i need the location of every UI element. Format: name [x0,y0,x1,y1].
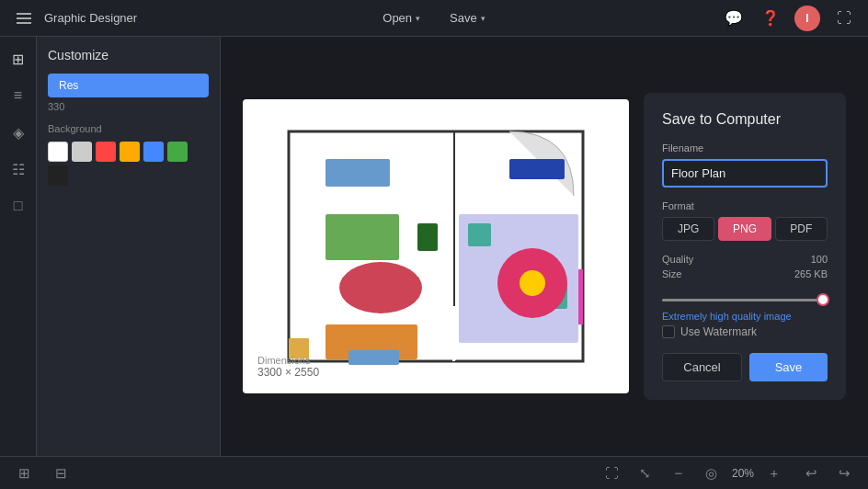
resize-button[interactable]: Res [48,74,209,97]
zoom-circle-icon[interactable]: ◎ [699,461,725,486]
svg-rect-3 [326,159,390,187]
save-top-button[interactable]: Save ▾ [442,7,493,28]
svg-rect-11 [578,269,583,324]
main-layout: ⊞ ≡ ◈ ☷ □ Customize Res 330 Background [0,37,868,456]
floor-plan-svg [270,122,601,370]
fit-screen-icon[interactable]: ⛶ [600,461,625,486]
chat-button[interactable]: 💬 [721,6,747,31]
grid-bottom-icon[interactable]: ⊟ [48,461,74,486]
color-grid [48,142,209,186]
dimensions-label: Dimensions [257,355,319,366]
size-value: 265 KB [794,268,828,279]
sidebar-icon-layers[interactable]: ⊞ [4,44,33,74]
dimensions-value: 3300 × 2550 [257,366,319,379]
slider-track [662,299,828,301]
format-jpg-button[interactable]: JPG [662,217,714,241]
top-bar-center: Open ▾ Save ▾ [375,7,492,28]
color-light-gray[interactable] [72,142,92,162]
quality-value: 100 [811,254,828,265]
quality-row: Quality 100 [662,254,828,265]
format-pdf-button[interactable]: PDF [775,217,828,241]
save-chevron-icon: ▾ [481,14,485,23]
color-orange[interactable] [120,142,140,162]
app-title: Graphic Designer [44,11,137,25]
floor-plan-preview: Dimensions 3300 × 2550 [243,99,629,393]
open-button[interactable]: Open ▾ [375,7,428,28]
background-label: Background [48,123,209,134]
color-white[interactable] [48,142,68,162]
slider-thumb[interactable] [817,293,829,306]
modal-title: Save to Computer [662,111,828,128]
format-selector: JPG PNG PDF [662,217,828,241]
svg-rect-12 [468,223,491,246]
zoom-in-icon[interactable]: + [761,461,787,486]
help-button[interactable]: ❓ [758,6,783,31]
svg-point-7 [339,262,422,313]
canvas-area: Dimensions 3300 × 2550 Save to Computer … [221,37,868,456]
color-dark[interactable] [48,165,68,186]
open-chevron-icon: ▾ [416,14,420,23]
top-bar-right: 💬 ❓ I ⛶ [721,6,857,31]
format-label: Format [662,200,828,211]
top-bar-left: Graphic Designer [11,6,137,31]
top-bar: Graphic Designer Open ▾ Save ▾ 💬 ❓ I ⛶ [0,0,868,37]
size-label: Size [662,268,681,279]
panel-title: Customize [48,48,209,63]
modal-actions: Cancel Save [662,353,828,381]
resize-sub: 330 [48,101,209,112]
expand-button[interactable]: ⛶ [831,6,857,31]
bottom-bar: ⊞ ⊟ ⛶ ⤡ − ◎ 20% + ↩ ↪ [0,456,868,489]
slider-fill [662,299,828,301]
svg-rect-6 [417,223,438,251]
filename-input[interactable] [662,159,828,188]
quality-info: Extremely high quality image [662,311,828,322]
customize-panel: Customize Res 330 Background [37,37,221,456]
filename-label: Filename [662,142,828,154]
watermark-row: Use Watermark [662,325,828,338]
zoom-controls: ⛶ ⤡ − ◎ 20% + [600,461,787,486]
hamburger-icon [17,13,31,24]
layers-bottom-icon[interactable]: ⊞ [11,461,37,486]
watermark-label: Use Watermark [680,325,757,338]
zoom-value: 20% [732,467,754,480]
color-green[interactable] [167,142,188,162]
undo-icon[interactable]: ↩ [798,461,824,486]
cancel-button[interactable]: Cancel [662,353,742,381]
redo-icon[interactable]: ↪ [831,461,857,486]
svg-rect-9 [348,350,399,365]
sidebar-icon-grid[interactable]: ☷ [4,154,33,184]
modal-overlay: Dimensions 3300 × 2550 Save to Computer … [221,37,868,456]
avatar-button[interactable]: I [794,6,820,31]
svg-point-15 [520,270,545,296]
svg-rect-4 [509,159,565,179]
quality-label: Quality [662,254,693,265]
resize-icon[interactable]: ⤡ [633,461,658,486]
left-sidebar: ⊞ ≡ ◈ ☷ □ [0,37,37,456]
menu-button[interactable] [11,6,37,31]
svg-rect-5 [326,214,399,260]
watermark-checkbox[interactable] [662,325,675,338]
sidebar-icon-elements[interactable]: ≡ [4,81,33,110]
color-red[interactable] [96,142,116,162]
sidebar-icon-design[interactable]: ◈ [4,118,33,147]
save-button[interactable]: Save [749,353,828,381]
bottom-right-icons: ↩ ↪ [798,461,857,486]
save-modal: Save to Computer Filename Format JPG PNG… [644,93,846,400]
format-png-button[interactable]: PNG [718,217,771,241]
color-blue[interactable] [143,142,164,162]
zoom-out-icon[interactable]: − [666,461,691,486]
quality-slider-container[interactable] [662,292,828,307]
sidebar-icon-shapes[interactable]: □ [4,191,33,221]
size-row: Size 265 KB [662,268,828,279]
preview-info: Dimensions 3300 × 2550 [257,355,319,379]
